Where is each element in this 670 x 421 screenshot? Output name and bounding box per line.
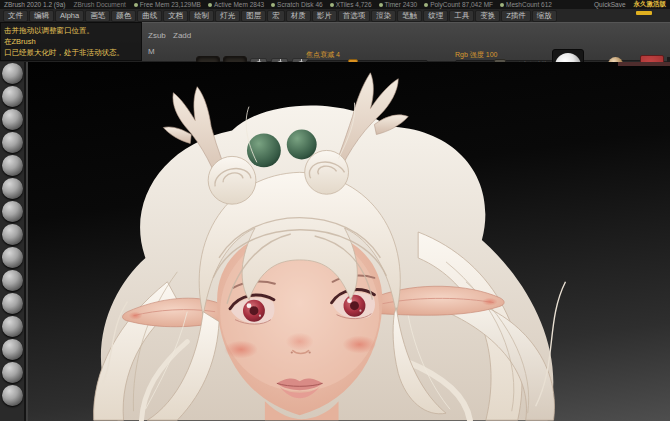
menu-highlight-bar <box>636 11 652 15</box>
menu-item[interactable]: 宏 <box>267 10 285 22</box>
menu-item[interactable]: 曲线 <box>137 10 162 22</box>
menu-item[interactable]: 图层 <box>241 10 266 22</box>
sculpt-viewport-character <box>28 62 670 421</box>
material-thumbnail[interactable] <box>2 362 23 383</box>
status-dot <box>271 3 275 7</box>
material-thumbnail[interactable] <box>2 293 23 314</box>
menu-item[interactable]: 画笔 <box>85 10 110 22</box>
focal-shift-value: 4 <box>336 51 340 58</box>
menu-item[interactable]: 纹理 <box>423 10 448 22</box>
stat-polycount: PolyCount 87,042 MF <box>424 1 493 8</box>
status-dot <box>330 3 334 7</box>
material-thumbnail[interactable] <box>2 339 23 360</box>
material-thumbnail[interactable] <box>2 63 23 84</box>
material-thumbnail[interactable] <box>2 385 23 406</box>
menu-item[interactable]: 缩放 <box>532 10 557 22</box>
quicksave-button[interactable]: QuickSave <box>594 1 625 8</box>
material-thumbnail[interactable] <box>2 155 23 176</box>
menu-bar: 文件编辑Alpha画笔颜色曲线文档绘制灯光图层宏材质影片首选项渲染笔触纹理工具变… <box>0 9 670 22</box>
menu-item[interactable]: Z插件 <box>501 10 531 22</box>
zbrush-window: ZBrush 2020 1.2 (9a) ZBrush Document Fre… <box>0 0 670 421</box>
material-thumbnail[interactable] <box>2 201 23 222</box>
stat-meshcount: MeshCount 612 <box>500 1 552 8</box>
menu-item[interactable]: 绘制 <box>189 10 214 22</box>
title-bar: ZBrush 2020 1.2 (9a) ZBrush Document Fre… <box>0 0 670 9</box>
stat-xtiles: XTiles 4,726 <box>330 1 372 8</box>
document-canvas[interactable] <box>28 62 670 421</box>
menu-item[interactable]: 变换 <box>475 10 500 22</box>
status-dot <box>424 3 428 7</box>
menu-item[interactable]: 文件 <box>3 10 28 22</box>
menu-item[interactable]: 影片 <box>312 10 337 22</box>
menu-item[interactable]: 工具 <box>449 10 474 22</box>
status-dot <box>134 3 138 7</box>
menu-item[interactable]: 灯光 <box>215 10 240 22</box>
menu-item[interactable]: 颜色 <box>111 10 136 22</box>
license-badge: 永久激活版 <box>634 0 667 9</box>
menu-item[interactable]: 编辑 <box>29 10 54 22</box>
status-dot <box>379 3 383 7</box>
tooltip-line: 口已经最大化时，处于非活动状态。 <box>4 47 138 58</box>
stat-free-mem: Free Mem 23,129MB <box>134 1 201 8</box>
material-thumbnail[interactable] <box>2 247 23 268</box>
menu-item[interactable]: 笔触 <box>397 10 422 22</box>
menu-item[interactable]: 渲染 <box>371 10 396 22</box>
rgb-intensity-label: Rgb 强度 <box>455 51 484 58</box>
m-mode-button[interactable]: M <box>148 47 155 56</box>
app-title: ZBrush 2020 1.2 (9a) <box>4 1 65 8</box>
material-thumbnail[interactable] <box>2 316 23 337</box>
tooltip-line: 在ZBrush <box>4 36 138 47</box>
material-thumbnail[interactable] <box>2 178 23 199</box>
menu-item[interactable]: 首选项 <box>338 10 371 22</box>
menu-item[interactable]: 材质 <box>286 10 311 22</box>
tooltip-line: 击并拖动以调整窗口位置。 <box>4 25 138 36</box>
focal-shift-label: 焦点衰减 <box>306 51 334 58</box>
menu-item[interactable]: 文档 <box>163 10 188 22</box>
status-dot <box>500 3 504 7</box>
left-material-tray <box>0 62 26 421</box>
material-thumbnail[interactable] <box>2 132 23 153</box>
stat-scratch-disk: Scratch Disk 46 <box>271 1 323 8</box>
document-title: ZBrush Document <box>73 1 125 8</box>
material-thumbnail[interactable] <box>2 109 23 130</box>
tooltip-popup: 击并拖动以调整窗口位置。 在ZBrush 口已经最大化时，处于非活动状态。 <box>0 22 142 61</box>
material-thumbnail[interactable] <box>2 270 23 291</box>
zsub-button[interactable]: Zsub <box>148 31 166 40</box>
material-thumbnail[interactable] <box>2 224 23 245</box>
menu-item[interactable]: Alpha <box>55 10 84 22</box>
material-thumbnail[interactable] <box>2 86 23 107</box>
titlebar-stats: Free Mem 23,129MBActive Mem 2843Scratch … <box>134 1 552 8</box>
zadd-button[interactable]: Zadd <box>173 31 191 40</box>
stat-timer: Timer 2430 <box>379 1 418 8</box>
status-dot <box>208 3 212 7</box>
rgb-intensity-value: 100 <box>486 51 498 58</box>
stat-active-mem: Active Mem 2843 <box>208 1 264 8</box>
